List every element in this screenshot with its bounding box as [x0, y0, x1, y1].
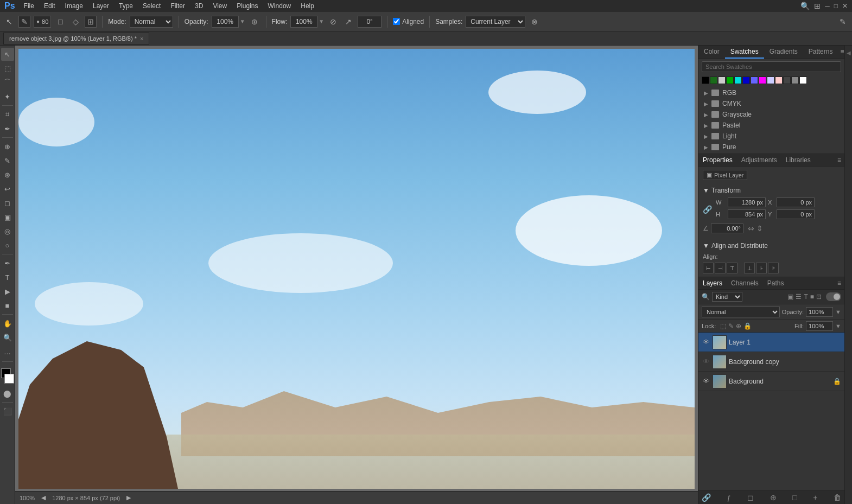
- layers-link-icon[interactable]: 🔗: [702, 493, 711, 502]
- airbrush-icon[interactable]: ⊘: [327, 16, 339, 28]
- flip-v-icon[interactable]: ⇕: [756, 224, 763, 233]
- swatch-gray-light[interactable]: [718, 76, 726, 84]
- flow-input[interactable]: [290, 16, 317, 28]
- layer-filter-pixel[interactable]: ▣: [787, 293, 793, 301]
- layer-item-bg-copy[interactable]: 👁 Background copy: [698, 352, 844, 372]
- samples-select[interactable]: Current Layer All Layers: [466, 16, 525, 28]
- lock-artboards-icon[interactable]: ⊕: [736, 322, 741, 330]
- opacity-arrow[interactable]: ▼: [240, 18, 245, 24]
- shape-tool[interactable]: ■: [1, 299, 14, 312]
- samples-ignore-icon[interactable]: ⊗: [529, 16, 541, 28]
- nav-next[interactable]: ▶: [126, 494, 131, 501]
- layer-visibility-layer1[interactable]: 👁: [702, 338, 710, 347]
- align-center-h[interactable]: ⊣: [715, 263, 726, 273]
- crop-tool[interactable]: ⌗: [1, 108, 14, 121]
- dodge-tool[interactable]: ○: [1, 239, 14, 252]
- swatch-group-grayscale[interactable]: ▶ Grayscale: [702, 109, 841, 120]
- tab-layers[interactable]: Layers: [698, 277, 727, 289]
- menu-window[interactable]: Window: [264, 1, 296, 11]
- healing-tool[interactable]: ⊕: [1, 140, 14, 153]
- swatch-group-cmyk[interactable]: ▶ CMYK: [702, 98, 841, 109]
- swatch-magenta[interactable]: [759, 76, 766, 84]
- swatches-search-input[interactable]: [702, 61, 841, 72]
- menu-edit[interactable]: Edit: [40, 1, 60, 11]
- align-section-title[interactable]: ▼ Align and Distribute: [703, 242, 840, 250]
- blur-tool[interactable]: ◎: [1, 225, 14, 238]
- menu-view[interactable]: View: [208, 1, 231, 11]
- layers-options-icon[interactable]: ≡: [834, 277, 844, 289]
- align-top-edge[interactable]: ⊥: [744, 263, 755, 273]
- fill-stepper[interactable]: ▼: [835, 323, 841, 329]
- layer-visibility-bg-copy[interactable]: 👁: [702, 358, 710, 366]
- canvas-area[interactable]: 100% ◀ 1280 px × 854 px (72 ppi) ▶: [15, 46, 698, 504]
- angle-input[interactable]: [358, 16, 382, 28]
- tab-properties[interactable]: Properties: [698, 154, 737, 166]
- swatch-mid-gray[interactable]: [791, 76, 799, 84]
- swatch-group-pure[interactable]: ▶ Pure: [702, 142, 841, 152]
- menu-layer[interactable]: Layer: [88, 1, 113, 11]
- move-tool-icon[interactable]: ↖: [3, 16, 15, 28]
- layer-item-layer1[interactable]: 👁 Layer 1: [698, 333, 844, 352]
- minimize-icon[interactable]: ─: [825, 2, 830, 10]
- move-tool[interactable]: ↖: [1, 48, 14, 61]
- w-input[interactable]: [728, 197, 766, 207]
- h-input[interactable]: [728, 209, 766, 219]
- swatch-blue-light[interactable]: [751, 76, 758, 84]
- layers-fx-icon[interactable]: ƒ: [727, 493, 732, 502]
- eyedropper-tool[interactable]: ✒: [1, 122, 14, 135]
- menu-plugins[interactable]: Plugins: [232, 1, 262, 11]
- menu-image[interactable]: Image: [61, 1, 87, 11]
- nav-prev[interactable]: ◀: [41, 494, 46, 501]
- tab-libraries[interactable]: Libraries: [781, 154, 815, 166]
- hand-tool[interactable]: ✋: [1, 317, 14, 330]
- align-bottom-edge[interactable]: ⊧: [768, 263, 779, 273]
- layer-filter-shape[interactable]: ■: [810, 293, 814, 301]
- align-left-edge[interactable]: ⊢: [703, 263, 714, 273]
- healing-icon[interactable]: ✎: [837, 16, 849, 28]
- tab-patterns[interactable]: Patterns: [803, 46, 838, 59]
- angle-arrow-icon[interactable]: ↗: [342, 16, 354, 28]
- search-icon[interactable]: 🔍: [800, 2, 810, 10]
- swatch-green[interactable]: [726, 76, 734, 84]
- layers-filter-toggle[interactable]: [826, 292, 841, 301]
- tab-adjustments[interactable]: Adjustments: [737, 154, 781, 166]
- menu-type[interactable]: Type: [115, 1, 137, 11]
- screen-mode[interactable]: ⬛: [1, 405, 14, 418]
- layers-new-icon[interactable]: +: [813, 493, 817, 502]
- swatch-lavender[interactable]: [767, 76, 774, 84]
- opacity-stepper[interactable]: ▼: [835, 309, 841, 315]
- menu-help[interactable]: Help: [296, 1, 319, 11]
- layer-blend-mode[interactable]: Normal Multiply Screen: [702, 307, 780, 317]
- tab-gradients[interactable]: Gradients: [764, 46, 803, 59]
- clone-stamp-tool[interactable]: ⊛: [1, 168, 14, 181]
- brush-settings-icon[interactable]: ⊞: [85, 16, 97, 28]
- transform-section-title[interactable]: ▼ Transform: [703, 187, 840, 194]
- tab-channels[interactable]: Channels: [727, 277, 763, 289]
- layers-delete-icon[interactable]: 🗑: [834, 493, 841, 502]
- path-select-tool[interactable]: ▶: [1, 285, 14, 298]
- quick-mask-tool[interactable]: ⬤: [1, 387, 14, 400]
- restore-icon[interactable]: □: [834, 2, 838, 10]
- layer-opacity-input[interactable]: [806, 307, 833, 317]
- tab-color[interactable]: Color: [698, 46, 725, 59]
- more-tools[interactable]: …: [1, 345, 14, 358]
- panel-collapse-strip[interactable]: ◀: [844, 46, 852, 504]
- tab-swatches[interactable]: Swatches: [725, 46, 764, 59]
- flip-h-icon[interactable]: ⇔: [748, 224, 754, 233]
- gradient-tool[interactable]: ▣: [1, 210, 14, 224]
- aligned-checkbox[interactable]: Aligned: [393, 18, 424, 25]
- layer-fill-input[interactable]: [806, 321, 833, 331]
- align-center-v[interactable]: ⊦: [756, 263, 767, 273]
- swatch-black[interactable]: [702, 76, 709, 84]
- text-tool[interactable]: T: [1, 271, 14, 284]
- lock-pixels-icon[interactable]: ⬚: [720, 322, 726, 330]
- layers-kind-select[interactable]: Kind Name Effect: [712, 292, 742, 302]
- properties-options-icon[interactable]: ≡: [834, 154, 844, 166]
- brush-shape-icon[interactable]: ◇: [69, 16, 81, 28]
- zoom-tool[interactable]: 🔍: [1, 331, 14, 344]
- layers-group-icon[interactable]: □: [792, 493, 797, 502]
- document-tab[interactable]: remove object 3.jpg @ 100% (Layer 1, RGB…: [3, 33, 149, 44]
- tab-close-button[interactable]: ×: [140, 35, 143, 42]
- brush-tool[interactable]: ✎: [1, 154, 14, 167]
- brush-hardness-icon[interactable]: □: [54, 16, 66, 28]
